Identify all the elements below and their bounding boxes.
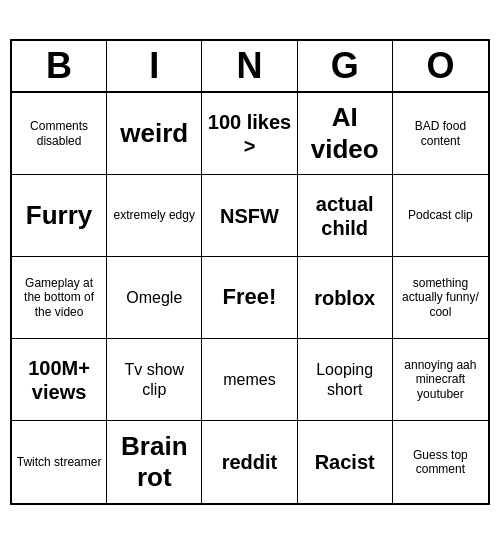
bingo-cell-15: 100M+ views — [12, 339, 107, 421]
bingo-letter-g: G — [298, 41, 393, 91]
bingo-card: BINGO Comments disabledweird100 likes >A… — [10, 39, 490, 505]
bingo-header: BINGO — [12, 41, 488, 93]
bingo-cell-18: Looping short — [298, 339, 393, 421]
bingo-cell-16: Tv show clip — [107, 339, 202, 421]
bingo-letter-o: O — [393, 41, 488, 91]
bingo-cell-7: NSFW — [202, 175, 297, 257]
bingo-cell-4: BAD food content — [393, 93, 488, 175]
bingo-cell-5: Furry — [12, 175, 107, 257]
bingo-cell-23: Racist — [298, 421, 393, 503]
bingo-cell-8: actual child — [298, 175, 393, 257]
bingo-cell-14: something actually funny/ cool — [393, 257, 488, 339]
bingo-cell-9: Podcast clip — [393, 175, 488, 257]
bingo-letter-n: N — [202, 41, 297, 91]
bingo-cell-17: memes — [202, 339, 297, 421]
bingo-cell-3: AI video — [298, 93, 393, 175]
bingo-cell-2: 100 likes > — [202, 93, 297, 175]
bingo-cell-20: Twitch streamer — [12, 421, 107, 503]
bingo-letter-b: B — [12, 41, 107, 91]
bingo-cell-1: weird — [107, 93, 202, 175]
bingo-cell-22: reddit — [202, 421, 297, 503]
bingo-cell-21: Brain rot — [107, 421, 202, 503]
bingo-cell-10: Gameplay at the bottom of the video — [12, 257, 107, 339]
bingo-cell-13: roblox — [298, 257, 393, 339]
bingo-cell-6: extremely edgy — [107, 175, 202, 257]
bingo-cell-11: Omegle — [107, 257, 202, 339]
bingo-cell-19: annoying aah minecraft youtuber — [393, 339, 488, 421]
bingo-cell-24: Guess top comment — [393, 421, 488, 503]
bingo-cell-12: Free! — [202, 257, 297, 339]
bingo-letter-i: I — [107, 41, 202, 91]
bingo-grid: Comments disabledweird100 likes >AI vide… — [12, 93, 488, 503]
bingo-cell-0: Comments disabled — [12, 93, 107, 175]
